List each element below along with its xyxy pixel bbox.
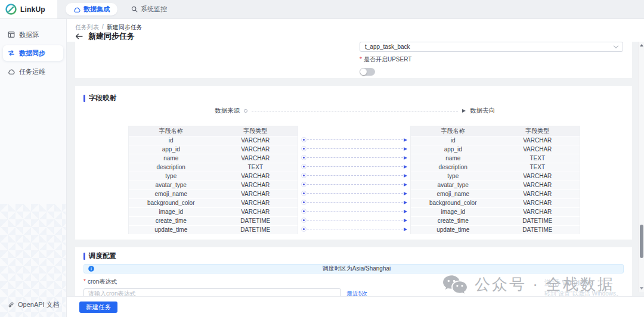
table-cell-type: VARCHAR	[213, 154, 298, 163]
section-bar-icon	[83, 253, 85, 260]
table-cell-type: TEXT	[496, 163, 580, 172]
mapping-connector[interactable]	[301, 162, 407, 171]
tab-data-integration[interactable]: 数据集成	[66, 3, 117, 15]
table-row: idVARCHAR	[129, 136, 298, 145]
mapping-flow-header: 数据来源 数据去向	[215, 107, 495, 115]
cron-row: 最近5次	[83, 288, 624, 296]
table-cell-name: create_time	[411, 217, 496, 225]
table-cell-name: create_time	[129, 217, 213, 225]
page-title-row: 新建同步任务	[75, 31, 135, 42]
table-cell-name: background_color	[129, 199, 213, 207]
tab-system-monitor[interactable]: 系统监控	[123, 3, 175, 15]
top-nav: 数据集成 系统监控	[57, 0, 175, 18]
mapping-connector[interactable]	[301, 225, 407, 234]
target-table-select[interactable]: t_app_task_back	[360, 42, 623, 52]
vertical-scrollbar[interactable]	[638, 42, 644, 292]
source-table-header: 字段名称 字段类型	[129, 126, 298, 136]
create-task-button[interactable]: 新建任务	[79, 302, 117, 313]
sync-icon	[8, 49, 15, 57]
openapi-doc-link[interactable]: OpenAPI 文档	[8, 300, 60, 309]
mapping-connector[interactable]	[301, 189, 407, 198]
cloud-icon	[73, 7, 80, 13]
mapping-connector[interactable]	[301, 198, 407, 207]
mapping-connector[interactable]	[301, 207, 407, 216]
table-cell-name: avatar_type	[129, 181, 213, 189]
table-cell-name: name	[129, 154, 213, 163]
sidebar-item-label: 数据源	[19, 30, 39, 39]
table-cell-type: DATETIME	[496, 217, 580, 225]
cron-input[interactable]	[83, 288, 341, 296]
connector-port-icon[interactable]	[301, 226, 306, 232]
connector-port-icon[interactable]	[301, 217, 306, 223]
table-cell-name: image_id	[411, 208, 496, 216]
scrollbar-thumb[interactable]	[640, 225, 643, 258]
mapping-connector[interactable]	[301, 135, 407, 144]
mapping-connector[interactable]	[301, 144, 407, 153]
table-cell-name: type	[129, 172, 213, 181]
column-header-type: 字段类型	[496, 126, 580, 136]
scroll-down-arrow-icon[interactable]	[640, 287, 643, 290]
connector-port-icon[interactable]	[301, 173, 306, 178]
mapping-connector[interactable]	[301, 216, 407, 225]
mapping-connector[interactable]	[301, 153, 407, 162]
connector-port-icon[interactable]	[301, 191, 306, 196]
recent-runs-link[interactable]: 最近5次	[346, 290, 368, 297]
field-mapping-section-title: 字段映射	[83, 94, 624, 102]
table-cell-name: description	[129, 163, 213, 172]
table-row: app_idVARCHAR	[129, 145, 298, 154]
timezone-alert-text: 调度时区为Asia/Shanghai	[94, 265, 619, 273]
sidebar-item-datasource[interactable]: 数据源	[3, 27, 63, 42]
table-cell-type: VARCHAR	[213, 199, 298, 207]
flow-start-icon	[244, 109, 247, 113]
connector-port-icon[interactable]	[301, 182, 306, 187]
table-cell-name: image_id	[129, 208, 213, 216]
target-table: 字段名称 字段类型 idVARCHARapp_idVARCHARnameTEXT…	[410, 126, 580, 234]
connector-port-icon[interactable]	[301, 137, 306, 142]
table-cell-name: emoji_name	[411, 190, 496, 198]
table-cell-type: VARCHAR	[213, 181, 298, 189]
upsert-toggle[interactable]	[360, 68, 375, 76]
table-cell-type: VARCHAR	[496, 145, 580, 154]
table-row: descriptionTEXT	[129, 163, 298, 172]
connector-port-icon[interactable]	[301, 155, 306, 160]
connector-port-icon[interactable]	[301, 164, 306, 169]
breadcrumb-current: 新建同步任务	[107, 23, 143, 32]
table-cell-name: update_time	[411, 226, 496, 234]
field-mapping-card: 字段映射 数据来源 数据去向 字段名称 字段类型 idVARCHARapp_id…	[75, 86, 632, 240]
connector-line-icon	[307, 229, 403, 229]
target-table-header: 字段名称 字段类型	[411, 126, 580, 136]
sidebar-item-datasync[interactable]: 数据同步	[3, 45, 63, 61]
breadcrumb-item-task-list[interactable]: 任务列表	[75, 23, 99, 32]
table-row: typeVARCHAR	[129, 172, 298, 181]
table-row: emoji_nameVARCHAR	[129, 189, 298, 198]
connector-port-icon[interactable]	[301, 209, 306, 214]
connector-arrow-icon	[404, 183, 407, 187]
table-cell-name: update_time	[129, 226, 213, 234]
connector-column	[298, 126, 410, 234]
mapping-connector[interactable]	[301, 180, 407, 189]
magnifier-icon	[131, 6, 138, 13]
link-icon	[8, 302, 14, 308]
connector-line-icon	[307, 175, 403, 176]
column-header-name: 字段名称	[129, 126, 213, 136]
connector-arrow-icon	[404, 192, 407, 195]
openapi-doc-label: OpenAPI 文档	[18, 300, 60, 309]
required-asterisk: *	[83, 278, 86, 285]
back-arrow-icon[interactable]	[75, 33, 83, 40]
connector-port-icon[interactable]	[301, 146, 306, 151]
table-row: nameVARCHAR	[129, 154, 298, 163]
mapping-grid: 字段名称 字段类型 idVARCHARapp_idVARCHARnameVARC…	[128, 126, 580, 234]
scroll-up-arrow-icon[interactable]	[640, 44, 643, 46]
task-form-card: t_app_task_back *是否开启UPSERT	[75, 42, 632, 78]
connector-arrow-icon	[404, 219, 407, 222]
table-row: idVARCHAR	[411, 136, 580, 145]
mapping-connector[interactable]	[301, 171, 407, 180]
table-row: create_timeDATETIME	[411, 216, 580, 225]
top-header: LinkUp 数据集成 系统监控	[0, 0, 644, 19]
table-cell-name: emoji_name	[129, 190, 213, 198]
table-cell-type: VARCHAR	[496, 136, 580, 145]
table-cell-name: type	[411, 172, 496, 181]
page-title: 新建同步任务	[88, 31, 135, 42]
connector-port-icon[interactable]	[301, 200, 306, 205]
sidebar-item-task-ops[interactable]: 任务运维	[3, 64, 63, 79]
